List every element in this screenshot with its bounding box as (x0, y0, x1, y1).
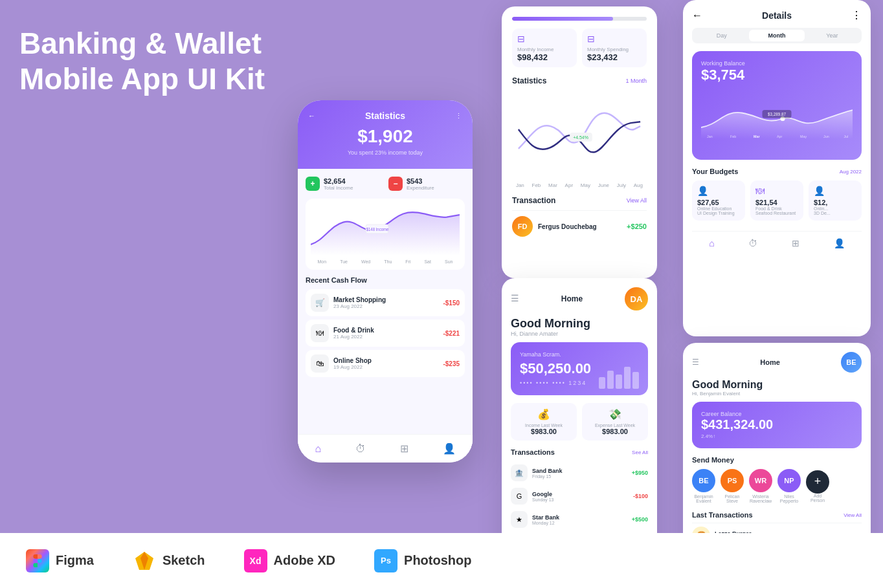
details-more-icon[interactable]: ⋮ (851, 9, 862, 21)
sketch-label: Sketch (162, 553, 205, 568)
person-pelican[interactable]: PS PelicanSteve (721, 469, 744, 503)
details-header: ← Details ⋮ (692, 9, 862, 21)
budget-item-3: 👤 $12, Onlin... 3D De... (809, 180, 862, 221)
chart-x-labels: Mon Tue Wed Thu Fri Sat Sun (311, 259, 460, 264)
statistics-label: Statistics (512, 76, 546, 85)
person-avatar-niles: NP (777, 469, 801, 492)
mini-transaction-1: 🏦 Sand Bank Friday 15 +$950 (511, 461, 648, 485)
hb-balance-label: Career Balance (701, 411, 853, 417)
tab-month[interactable]: Month (749, 30, 804, 41)
cashflow-date-1: 23 Aug 2022 (333, 303, 386, 309)
budget-icon-2: 🍽 (755, 186, 798, 196)
cashflow-item-1: 🛒 Market Shopping 23 Aug 2022 -$150 (306, 289, 465, 316)
xd-tool: Xd Adobe XD (244, 549, 336, 572)
details-nav-home[interactable]: ⌂ (709, 238, 714, 248)
hamburger-icon[interactable]: ☰ (511, 293, 519, 303)
monthly-spending-box: ⊟ Monthly Spending $23,432 (582, 28, 647, 67)
income-week-amount: $983.00 (516, 428, 572, 435)
cashflow-amount-3: -$235 (443, 360, 460, 367)
mid-balance-label: Yamaha Scram. (520, 351, 639, 358)
bar-2 (607, 371, 614, 389)
person-avatar-wisteria: WR (749, 469, 772, 492)
mini-tr-amount-2: -$100 (633, 493, 648, 499)
tab-year[interactable]: Year (805, 30, 860, 41)
expense-week-label: Expense Last Week (587, 423, 643, 428)
back-arrow[interactable]: ← (308, 112, 315, 120)
send-money-section: Send Money BE BenjaminEvalent PS Pelican… (692, 456, 862, 503)
mini-tr-date-3: Monday 12 (532, 521, 559, 525)
details-balance-card: Working Balance $3,754 $3,289.87 Jan Feb… (692, 51, 862, 160)
person-avatar-pelican: PS (721, 469, 744, 492)
monthly-income-icon: ⊟ (517, 34, 572, 44)
svg-text:Apr: Apr (777, 135, 783, 138)
add-person[interactable]: + AddPerson (806, 470, 829, 503)
cashflow-item-2: 🍽 Food & Drink 21 Aug 2022 -$221 (306, 320, 465, 347)
mini-tr-amount-3: +$500 (632, 516, 648, 523)
last-transactions-view-all[interactable]: View All (844, 512, 862, 518)
main-title: Banking & Wallet Mobile App UI Kit (19, 26, 291, 97)
mini-tr-name-2: Google (532, 491, 553, 497)
person-benjamin[interactable]: BE BenjaminEvalent (692, 469, 715, 503)
bar-1 (599, 377, 605, 389)
svg-text:$148 Income: $148 Income (366, 227, 389, 232)
details-nav-card[interactable]: ⊞ (792, 238, 799, 248)
tab-day[interactable]: Day (694, 30, 749, 41)
svg-text:$3,289.87: $3,289.87 (768, 112, 787, 116)
view-all[interactable]: View All (627, 197, 647, 204)
monthly-income-label: Monthly Income (517, 47, 572, 52)
income-box: + $2,654 Total Income (306, 177, 382, 191)
transactions-header: Transactions See All (511, 448, 648, 456)
income-week-icon: 💰 (516, 408, 572, 420)
expenditure-box: − $543 Expenditure (388, 177, 465, 191)
nav-home-icon[interactable]: ⌂ (315, 443, 321, 455)
budget-amount-2: $21,54 (755, 199, 798, 206)
quick-stats-row: 💰 Income Last Week $983.00 💸 Expense Las… (511, 403, 648, 441)
hb-hamburger-icon[interactable]: ☰ (692, 358, 699, 367)
left-panel: Banking & Wallet Mobile App UI Kit (19, 26, 291, 110)
more-menu[interactable]: ⋮ (455, 112, 462, 120)
statistics-wave-chart: +4.54% (512, 91, 647, 175)
svg-text:Jul: Jul (844, 135, 849, 138)
main-amount: $1,902 (308, 126, 462, 147)
stats-x-labels: Jan Feb Mar Apr May June July Aug (512, 182, 647, 188)
figma-icon (26, 549, 49, 572)
monthly-income-amount: $98,432 (517, 52, 572, 62)
cashflow-date-3: 19 Aug 2022 (333, 364, 372, 370)
budget-items-row: 👤 $27,65 Online Education UI Design Trai… (692, 180, 862, 221)
bottom-toolbar: Figma Sketch Xd Adobe XD Ps Photoshop (0, 533, 883, 588)
hb-title: Home (760, 358, 780, 366)
add-person-icon: + (806, 470, 829, 494)
budget-sub-1: UI Design Training (697, 211, 740, 215)
svg-text:+4.54%: +4.54% (573, 135, 588, 140)
stats-card-top: ⊟ Monthly Income $98,432 ⊟ Monthly Spend… (502, 6, 657, 278)
budget-sub-3: 3D De... (814, 211, 856, 215)
progress-bar (512, 17, 647, 21)
details-nav-clock[interactable]: ⏱ (748, 238, 757, 248)
nav-profile-icon[interactable]: 👤 (443, 442, 456, 455)
sketch-icon (133, 549, 156, 572)
person-wisteria[interactable]: WR WisteriaRavenclaw (749, 469, 772, 503)
income-row: + $2,654 Total Income − $543 Expenditure (306, 177, 465, 191)
person-niles[interactable]: NP NilesPepperto (777, 469, 801, 503)
details-tab-row: Day Month Year (692, 28, 862, 43)
nav-card-icon[interactable]: ⊞ (400, 442, 408, 455)
hb-sub: Hi, Benjamin Evalent (692, 391, 862, 397)
recent-cashflow-title: Recent Cash Flow (306, 276, 465, 284)
see-all-link[interactable]: See All (632, 450, 648, 455)
svg-text:Jan: Jan (707, 135, 713, 138)
nav-clock-icon[interactable]: ⏱ (355, 443, 366, 455)
details-nav-profile[interactable]: 👤 (834, 238, 845, 248)
budget-sub-2: Seafood Restaurant (755, 211, 798, 215)
phone-nav-bar: ⌂ ⏱ ⊞ 👤 (298, 434, 473, 463)
svg-text:Feb: Feb (730, 135, 736, 138)
monthly-spending-label: Monthly Spending (587, 47, 642, 52)
expense-week-amount: $983.00 (587, 428, 643, 435)
transaction-amount: +$250 (627, 223, 647, 230)
monthly-income-box: ⊟ Monthly Income $98,432 (512, 28, 577, 67)
details-back-icon[interactable]: ← (692, 10, 702, 21)
mini-tr-amount-1: +$950 (632, 470, 648, 476)
hb-balance-amount: $431,324.00 (701, 417, 853, 432)
income-plus-icon: + (306, 177, 320, 191)
last-transactions-header: Last Transactions View All (692, 511, 862, 519)
phone-body: + $2,654 Total Income − $543 Expenditure (298, 169, 473, 453)
